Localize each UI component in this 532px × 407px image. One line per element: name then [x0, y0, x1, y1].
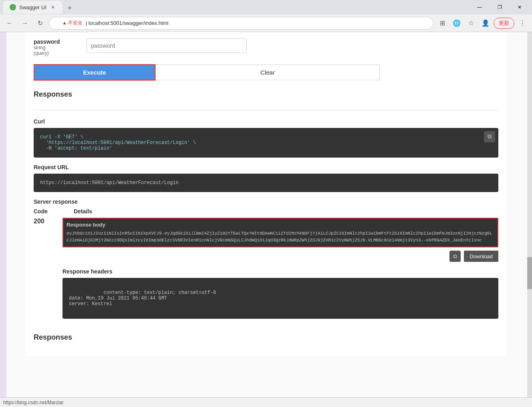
- menu-icon[interactable]: ⋮: [516, 17, 529, 30]
- request-url-label: Request URL: [34, 164, 498, 170]
- address-bar: ← → ↻ ▲ 不安全 | localhost:5001/swagger/ind…: [0, 14, 532, 32]
- responses-bottom-section: Responses: [34, 333, 498, 345]
- curl-line3: -H 'accept: text/plain': [40, 146, 492, 151]
- reload-button[interactable]: ↻: [34, 17, 46, 30]
- response-actions: ⧉ Download: [62, 251, 498, 262]
- scrollbar-thumb[interactable]: [527, 257, 532, 289]
- password-input[interactable]: [87, 38, 247, 53]
- execute-wrapper: Execute: [34, 64, 155, 81]
- responses-section-title: Responses: [34, 90, 498, 102]
- profile-icon[interactable]: 👤: [479, 17, 492, 30]
- param-row-password: password string (query): [34, 38, 498, 56]
- param-location: (query): [34, 51, 82, 56]
- tab-title: Swagger UI: [19, 4, 46, 10]
- curl-line1: curl -X 'GET' \: [40, 134, 492, 140]
- copy-response-icon[interactable]: ⧉: [449, 251, 461, 262]
- minimize-button[interactable]: —: [470, 1, 489, 14]
- copy-curl-icon[interactable]: ⧉: [484, 131, 495, 142]
- scrollbar-track[interactable]: [527, 32, 532, 407]
- response-body-label: Response body: [66, 222, 494, 228]
- page-content: password string (query) Execute Clear Re…: [0, 32, 532, 407]
- response-detail: Response body eyJhbGciOiJIUzI1NiIsInR5cC…: [62, 218, 498, 325]
- execute-button[interactable]: Execute: [34, 65, 155, 80]
- tab-close-button[interactable]: ✕: [50, 4, 56, 10]
- responses-bottom-title: Responses: [34, 333, 498, 345]
- code-col-header: Code: [34, 208, 66, 215]
- security-warning: ▲ 不安全: [62, 20, 83, 26]
- details-col-header: Details: [74, 208, 92, 215]
- response-body-text: eyJhbGciOiJIUzI1NiIsInR5cCI6IkpXVCJ9.eyJ…: [66, 230, 494, 243]
- response-code: 200: [34, 218, 58, 225]
- param-type: string: [34, 45, 82, 51]
- close-button[interactable]: ✕: [510, 1, 529, 14]
- param-info: password string (query): [34, 38, 82, 56]
- request-url-value: https://localhost:5001/api/WeatherForeca…: [40, 180, 179, 186]
- curl-code-block: curl -X 'GET' \ 'https://localhost:5001/…: [34, 128, 498, 158]
- curl-line2: 'https://localhost:5001/api/WeatherForec…: [40, 140, 492, 146]
- tab-favicon: [10, 4, 16, 10]
- new-tab-button[interactable]: +: [64, 2, 75, 14]
- restore-button[interactable]: ❐: [490, 1, 509, 14]
- response-headers-block: content-type: text/plain; charset=utf-8 …: [62, 278, 498, 319]
- back-button[interactable]: ←: [3, 17, 16, 30]
- response-body-wrapper: Response body eyJhbGciOiJIUzI1NiIsInR5cC…: [62, 218, 498, 247]
- active-tab[interactable]: Swagger UI ✕: [3, 1, 62, 14]
- clear-button[interactable]: Clear: [155, 65, 380, 80]
- response-table-header: Code Details: [34, 208, 498, 215]
- address-url: localhost:5001/swagger/index.html: [89, 20, 168, 26]
- request-url-block: https://localhost:5001/api/WeatherForeca…: [34, 174, 498, 192]
- response-headers-label: Response headers: [62, 268, 498, 275]
- forward-button[interactable]: →: [18, 17, 31, 30]
- download-button[interactable]: Download: [464, 251, 498, 262]
- curl-label: Curl: [34, 118, 498, 125]
- response-row-200: 200 Response body eyJhbGciOiJIUzI1NiIsIn…: [34, 218, 498, 325]
- action-buttons-row: Execute Clear: [34, 64, 498, 81]
- translate-icon[interactable]: 🌐: [450, 17, 463, 30]
- extensions-icon[interactable]: ⊞: [436, 17, 449, 30]
- server-response-label: Server response: [34, 198, 498, 205]
- left-sidebar: [0, 32, 6, 407]
- bookmark-icon[interactable]: ☆: [465, 17, 478, 30]
- address-input[interactable]: ▲ 不安全 | localhost:5001/swagger/index.htm…: [49, 17, 433, 30]
- response-headers-text: content-type: text/plain; charset=utf-8 …: [69, 290, 216, 307]
- status-url: https://blog.csdn.net/Marziar: [3, 400, 64, 405]
- update-button[interactable]: 更新: [494, 18, 514, 29]
- param-name: password: [34, 38, 82, 45]
- status-bar: https://blog.csdn.net/Marziar: [0, 397, 532, 407]
